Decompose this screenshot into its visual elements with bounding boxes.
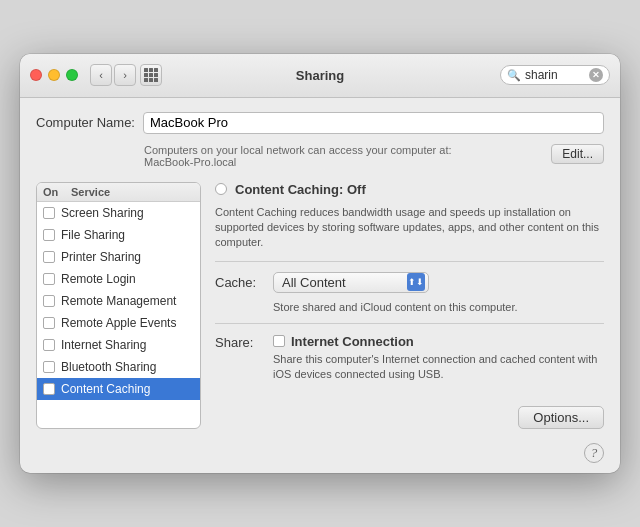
- file-sharing-label: File Sharing: [61, 228, 125, 242]
- service-item-printer-sharing[interactable]: Printer Sharing: [37, 246, 200, 268]
- service-item-screen-sharing[interactable]: Screen Sharing: [37, 202, 200, 224]
- computer-name-input[interactable]: [143, 112, 604, 134]
- services-header-on: On: [43, 186, 71, 198]
- share-title-row: Internet Connection: [273, 334, 604, 349]
- remote-login-checkbox[interactable]: [43, 273, 55, 285]
- section-title-row: Content Caching: Off: [215, 182, 604, 197]
- internet-connection-desc: Share this computer's Internet connectio…: [273, 352, 604, 383]
- internet-connection-checkbox[interactable]: [273, 335, 285, 347]
- services-list: On Service Screen Sharing File Sharing P…: [36, 182, 201, 430]
- traffic-lights: [30, 69, 78, 81]
- cache-select-container: All Content Shared Content Only iCloud C…: [273, 272, 429, 293]
- share-label: Share:: [215, 334, 265, 350]
- window-title: Sharing: [296, 68, 344, 83]
- cache-row: Cache: All Content Shared Content Only i…: [215, 272, 604, 293]
- titlebar: ‹ › Sharing 🔍 ✕: [20, 54, 620, 98]
- network-info-row: Computers on your local network can acce…: [144, 144, 604, 168]
- service-item-file-sharing[interactable]: File Sharing: [37, 224, 200, 246]
- bluetooth-sharing-checkbox[interactable]: [43, 361, 55, 373]
- grid-view-button[interactable]: [140, 64, 162, 86]
- close-button[interactable]: [30, 69, 42, 81]
- options-button[interactable]: Options...: [518, 406, 604, 429]
- printer-sharing-label: Printer Sharing: [61, 250, 141, 264]
- service-item-content-caching[interactable]: Content Caching: [37, 378, 200, 400]
- bluetooth-sharing-label: Bluetooth Sharing: [61, 360, 156, 374]
- share-content: Internet Connection Share this computer'…: [273, 334, 604, 383]
- forward-button[interactable]: ›: [114, 64, 136, 86]
- file-sharing-checkbox[interactable]: [43, 229, 55, 241]
- main-window: ‹ › Sharing 🔍 ✕ Computer Name: Computers: [20, 54, 620, 474]
- cache-label: Cache:: [215, 275, 265, 290]
- service-item-internet-sharing[interactable]: Internet Sharing: [37, 334, 200, 356]
- service-item-bluetooth-sharing[interactable]: Bluetooth Sharing: [37, 356, 200, 378]
- share-row: Share: Internet Connection Share this co…: [215, 334, 604, 383]
- edit-button[interactable]: Edit...: [551, 144, 604, 164]
- search-input[interactable]: [525, 68, 585, 82]
- content-caching-label: Content Caching: [61, 382, 150, 396]
- right-panel: Content Caching: Off Content Caching red…: [201, 182, 604, 430]
- section-title: Content Caching: Off: [235, 182, 366, 197]
- maximize-button[interactable]: [66, 69, 78, 81]
- search-box: 🔍 ✕: [500, 65, 610, 85]
- search-icon: 🔍: [507, 69, 521, 82]
- network-info-text: Computers on your local network can acce…: [144, 144, 543, 168]
- remote-management-label: Remote Management: [61, 294, 176, 308]
- off-radio[interactable]: [215, 183, 227, 195]
- remote-apple-events-label: Remote Apple Events: [61, 316, 176, 330]
- divider: [215, 261, 604, 262]
- cache-select[interactable]: All Content Shared Content Only iCloud C…: [273, 272, 429, 293]
- internet-sharing-checkbox[interactable]: [43, 339, 55, 351]
- service-item-remote-apple-events[interactable]: Remote Apple Events: [37, 312, 200, 334]
- services-header: On Service: [37, 183, 200, 202]
- computer-name-row: Computer Name:: [36, 112, 604, 134]
- service-item-remote-management[interactable]: Remote Management: [37, 290, 200, 312]
- content-caching-description: Content Caching reduces bandwidth usage …: [215, 205, 604, 251]
- content-caching-checkbox[interactable]: [43, 383, 55, 395]
- remote-apple-events-checkbox[interactable]: [43, 317, 55, 329]
- screen-sharing-checkbox[interactable]: [43, 207, 55, 219]
- minimize-button[interactable]: [48, 69, 60, 81]
- divider2: [215, 323, 604, 324]
- cache-description: Store shared and iCloud content on this …: [273, 301, 604, 313]
- back-button[interactable]: ‹: [90, 64, 112, 86]
- content-area: Computer Name: Computers on your local n…: [20, 98, 620, 182]
- internet-sharing-label: Internet Sharing: [61, 338, 146, 352]
- grid-icon: [144, 68, 158, 82]
- computer-name-label: Computer Name:: [36, 115, 135, 130]
- main-panel: On Service Screen Sharing File Sharing P…: [20, 182, 620, 444]
- service-item-remote-login[interactable]: Remote Login: [37, 268, 200, 290]
- remote-login-label: Remote Login: [61, 272, 136, 286]
- help-row: ?: [20, 443, 620, 473]
- services-header-service: Service: [71, 186, 194, 198]
- internet-connection-title: Internet Connection: [291, 334, 414, 349]
- remote-management-checkbox[interactable]: [43, 295, 55, 307]
- nav-buttons: ‹ ›: [90, 64, 136, 86]
- search-clear-button[interactable]: ✕: [589, 68, 603, 82]
- printer-sharing-checkbox[interactable]: [43, 251, 55, 263]
- screen-sharing-label: Screen Sharing: [61, 206, 144, 220]
- help-button[interactable]: ?: [584, 443, 604, 463]
